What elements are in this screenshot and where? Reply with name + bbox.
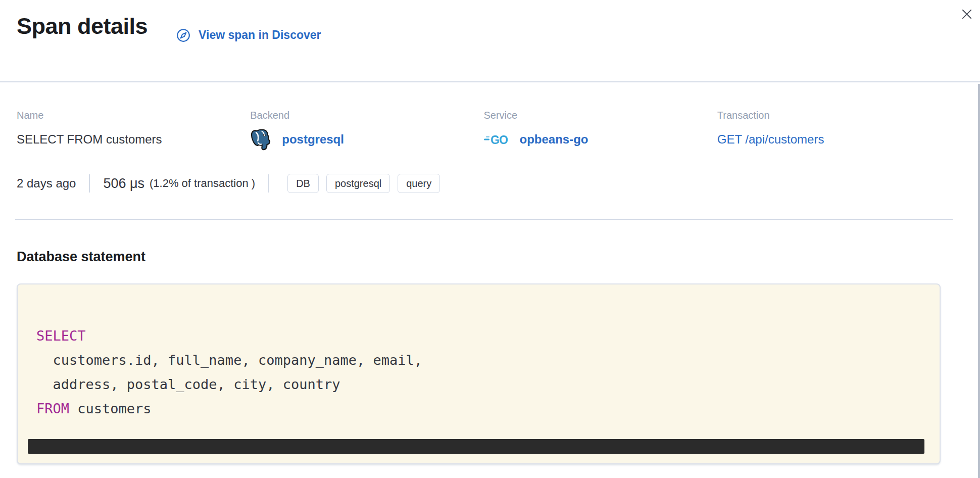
database-statement-code-block: SELECT customers.id, full_name, company_… bbox=[17, 283, 941, 464]
close-button[interactable] bbox=[957, 4, 977, 24]
name-label: Name bbox=[17, 109, 250, 121]
badge-span-action: query bbox=[398, 174, 440, 193]
span-summary-row: 2 days ago 506 μs (1.2% of transaction )… bbox=[17, 173, 980, 194]
discover-compass-icon bbox=[176, 28, 191, 43]
backend-link[interactable]: postgresql bbox=[282, 132, 344, 147]
vertical-scrollbar-thumb[interactable] bbox=[978, 84, 980, 478]
span-type-badges: DB postgresql query bbox=[287, 174, 440, 193]
badge-span-type: DB bbox=[287, 174, 319, 193]
database-statement-title: Database statement bbox=[17, 248, 980, 265]
span-duration: 506 μs bbox=[103, 176, 144, 192]
vertical-separator bbox=[89, 174, 90, 193]
span-metadata: Name SELECT FROM customers Backend postg… bbox=[17, 109, 951, 151]
page-title: Span details bbox=[17, 13, 148, 39]
flyout-header: Span details View span in Discover bbox=[0, 0, 980, 82]
discover-link-label: View span in Discover bbox=[199, 28, 321, 42]
meta-col-transaction: Transaction GET /api/customers bbox=[717, 109, 951, 151]
badge-span-subtype: postgresql bbox=[326, 174, 390, 193]
close-icon bbox=[960, 8, 973, 21]
go-logo-icon: GO bbox=[484, 132, 511, 147]
vertical-separator bbox=[268, 174, 269, 193]
transaction-label: Transaction bbox=[717, 109, 951, 121]
svg-text:GO: GO bbox=[491, 133, 508, 147]
service-link[interactable]: opbeans-go bbox=[520, 132, 589, 147]
name-value: SELECT FROM customers bbox=[17, 128, 250, 151]
sql-code: SELECT customers.id, full_name, company_… bbox=[18, 284, 940, 421]
duration-percent-of-transaction: (1.2% of transaction ) bbox=[150, 177, 255, 190]
service-label: Service bbox=[484, 109, 717, 121]
backend-label: Backend bbox=[250, 109, 483, 121]
meta-col-service: Service GO opbeans-go bbox=[484, 109, 717, 151]
view-span-in-discover-link[interactable]: View span in Discover bbox=[176, 28, 321, 43]
horizontal-scrollbar-thumb[interactable] bbox=[28, 439, 924, 454]
postgresql-icon bbox=[250, 128, 273, 151]
section-divider bbox=[15, 219, 953, 220]
timestamp: 2 days ago bbox=[17, 176, 76, 190]
transaction-link[interactable]: GET /api/customers bbox=[717, 132, 824, 147]
meta-col-backend: Backend postgresql bbox=[250, 109, 483, 151]
meta-col-name: Name SELECT FROM customers bbox=[17, 109, 250, 151]
